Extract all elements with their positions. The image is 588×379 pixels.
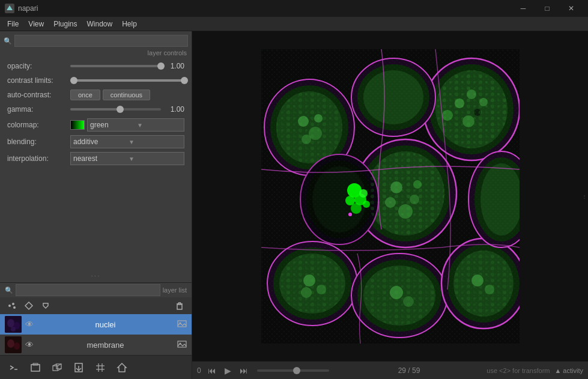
add-points-button[interactable] [5, 299, 19, 313]
menu-file[interactable]: File [2, 19, 23, 29]
opacity-row: opacity: 1.00 [0, 59, 192, 73]
gamma-row: gamma: 1.00 [0, 102, 192, 117]
auto-contrast-control: once continuous [70, 89, 184, 100]
membrane-type-icon [177, 339, 187, 351]
svg-point-13 [11, 327, 16, 332]
minimize-button[interactable]: ─ [511, 0, 535, 17]
layer-controls-header: layer controls [0, 48, 192, 59]
colormap-label: colormap: [7, 121, 70, 129]
app-title: napari [18, 4, 38, 13]
resize-handle[interactable]: ··· [0, 269, 192, 282]
frame-zero-label: 0 [197, 366, 201, 375]
search-icon: 🔍 [4, 37, 12, 45]
layer-item-nuclei[interactable]: 👁 nuclei [0, 314, 192, 335]
image-icon [177, 319, 187, 329]
interpolation-dropdown[interactable]: nearest ▼ [70, 152, 184, 165]
play-start-button[interactable]: ⏮ [206, 366, 218, 375]
membrane-visibility-icon[interactable]: 👁 [25, 340, 34, 350]
blending-dropdown[interactable]: additive ▼ [70, 135, 184, 148]
interpolation-arrow-icon: ▼ [129, 156, 181, 162]
colormap-arrow-icon: ▼ [137, 122, 181, 129]
activity-button[interactable]: ▲ activity [554, 367, 583, 374]
svg-rect-104 [261, 49, 520, 344]
layer-list-header-row: 🔍 layer list [0, 283, 192, 297]
menu-help[interactable]: Help [117, 19, 142, 29]
grid-icon [95, 362, 106, 373]
3d-icon [52, 362, 62, 373]
image-icon-2 [177, 339, 187, 349]
playback-slider[interactable] [257, 369, 329, 372]
menu-plugins[interactable]: Plugins [49, 19, 82, 29]
blending-label: blending: [7, 138, 70, 146]
layer-search-icon: 🔍 [5, 287, 13, 294]
blending-control: additive ▼ [70, 135, 184, 148]
play-end-button[interactable]: ⏭ [238, 366, 250, 375]
nuclei-visibility-icon[interactable]: 👁 [25, 320, 34, 329]
nuclei-type-icon [177, 319, 187, 330]
continuous-button[interactable]: continuous [103, 89, 150, 100]
shapes-icon [24, 301, 34, 311]
screenshot-button[interactable] [26, 359, 44, 377]
svg-point-3 [13, 306, 16, 309]
menu-bar: File View Plugins Window Help [0, 17, 588, 31]
delete-layer-button[interactable] [172, 299, 187, 313]
blending-arrow-icon: ▼ [129, 139, 181, 145]
add-labels-button[interactable] [38, 299, 53, 313]
opacity-label: opacity: [7, 62, 70, 70]
menu-view[interactable]: View [23, 19, 49, 29]
colormap-dropdown[interactable]: green ▼ [87, 118, 184, 132]
membrane-layer-name: membrane [37, 341, 174, 350]
interpolation-row: interpolation: nearest ▼ [0, 150, 192, 167]
home-button[interactable] [113, 359, 131, 377]
save-button[interactable] [70, 359, 88, 377]
membrane-thumbnail [5, 336, 22, 353]
microscopy-image [261, 49, 520, 344]
colormap-row: colormap: green ▼ [0, 117, 192, 133]
once-button[interactable]: once [70, 89, 100, 100]
maximize-button[interactable]: □ [535, 0, 559, 17]
colormap-value: green [90, 121, 135, 129]
opacity-slider[interactable] [70, 61, 161, 71]
console-button[interactable] [5, 359, 23, 377]
title-bar: napari ─ □ ✕ [0, 0, 588, 17]
left-panel: 🔍 layer controls opacity: 1.00 [0, 31, 192, 379]
layer-toolbar [0, 297, 192, 314]
blending-value: additive [73, 138, 126, 146]
add-shapes-button[interactable] [22, 299, 36, 313]
play-button[interactable]: ▶ [223, 366, 233, 375]
activity-label: activity [563, 367, 583, 374]
layer-item-membrane[interactable]: 👁 membrane [0, 335, 192, 355]
canvas-area[interactable]: ⋮ [192, 31, 588, 361]
window-controls: ─ □ ✕ [511, 0, 583, 17]
interpolation-control: nearest ▼ [70, 152, 184, 165]
interpolation-value: nearest [73, 154, 126, 163]
save-icon [73, 362, 84, 373]
gamma-slider[interactable] [70, 105, 161, 114]
svg-rect-24 [53, 366, 58, 371]
interpolation-label: interpolation: [7, 154, 70, 163]
svg-rect-22 [31, 365, 40, 371]
svg-point-17 [7, 339, 14, 348]
svg-rect-14 [178, 321, 186, 327]
svg-rect-19 [178, 341, 186, 347]
right-panel: ⋮ 0 ⏮ ▶ ⏭ 29 / 59 use <2> for transform … [192, 31, 588, 379]
grid-button[interactable] [91, 359, 109, 377]
svg-point-18 [14, 342, 20, 350]
close-button[interactable]: ✕ [559, 0, 583, 17]
svg-marker-4 [25, 302, 32, 309]
app-icon [5, 4, 14, 13]
svg-marker-0 [7, 5, 13, 10]
contrast-limits-row: contrast limits: [0, 73, 192, 88]
contrast-slider[interactable] [70, 76, 184, 85]
menu-window[interactable]: Window [82, 19, 118, 29]
3d-button[interactable] [48, 359, 66, 377]
auto-contrast-row: auto-contrast: once continuous [0, 88, 192, 102]
resize-handle-right[interactable]: ⋮ [582, 193, 587, 199]
controls-search[interactable] [14, 35, 188, 47]
layer-search-input[interactable] [16, 284, 160, 296]
nuclei-thumbnail [5, 316, 22, 333]
points-icon [7, 301, 17, 311]
svg-point-11 [7, 319, 14, 327]
chevron-up-icon: ▲ [554, 367, 561, 374]
frame-current: 29 [398, 366, 406, 375]
